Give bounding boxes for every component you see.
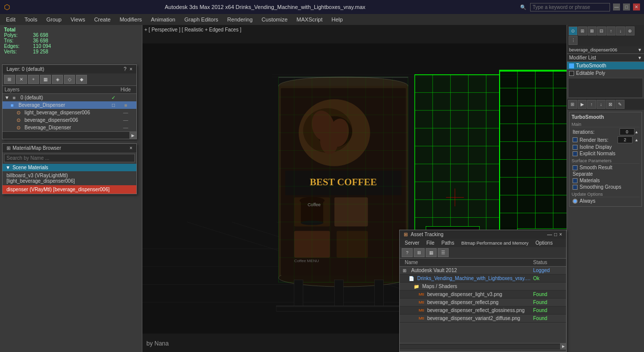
- layer-tool-5[interactable]: ◇: [64, 75, 75, 84]
- scene-materials-header[interactable]: ▼ Scene Materials: [2, 164, 136, 171]
- layer-row-3[interactable]: ⊙ beverage_dispenser006 —: [2, 116, 136, 124]
- right-icon-5[interactable]: ↑: [607, 26, 616, 35]
- right-icon-8[interactable]: ⋮: [569, 36, 578, 45]
- mod-action-4[interactable]: ↓: [597, 100, 606, 109]
- layer-tool-add[interactable]: +: [28, 75, 39, 84]
- asset-menu-bitmap[interactable]: Bitmap Performance and Memory: [458, 240, 532, 246]
- title-right[interactable]: 🔍 — □ ✕: [520, 3, 640, 11]
- layer-scrollbar[interactable]: ▶: [2, 131, 136, 139]
- mod-action-3[interactable]: ↑: [587, 100, 596, 109]
- mat-item-0[interactable]: billboard_v3 (VRayLightMtl) [light_bever…: [2, 171, 136, 185]
- right-icon-1[interactable]: ⊙: [569, 26, 578, 35]
- ts-isoline-checkbox[interactable]: [573, 145, 578, 150]
- asset-row-4[interactable]: Mtl beverage_dispenser_reflect.png Found: [400, 299, 566, 307]
- mod-action-6[interactable]: ✎: [616, 100, 625, 109]
- layer-col-hide-header: Hide: [117, 87, 134, 92]
- asset-row-1[interactable]: 📄 Drinks_Vending_Machine_with_Lightboxes…: [400, 275, 566, 283]
- ts-iterations-spin-up[interactable]: ▲: [635, 130, 639, 134]
- menu-tools[interactable]: Tools: [20, 15, 41, 23]
- ts-render-iters-checkbox[interactable]: [573, 137, 578, 142]
- asset-name-0: Autodesk Vault 2012: [411, 268, 533, 273]
- ts-materials-checkbox[interactable]: [573, 178, 578, 183]
- ts-explicit-checkbox[interactable]: [573, 151, 578, 156]
- asset-menu-server[interactable]: Server: [402, 240, 422, 246]
- ts-smooth-checkbox[interactable]: [573, 165, 578, 170]
- menu-help[interactable]: Help: [328, 15, 347, 23]
- ts-render-iters-input[interactable]: [618, 136, 633, 143]
- mod-action-2[interactable]: ▶: [578, 100, 587, 109]
- layer-row-0[interactable]: ▼ ■ 0 (default) ✓: [2, 94, 136, 101]
- menu-rendering[interactable]: Rendering: [223, 15, 257, 23]
- menu-graph-editors[interactable]: Graph Editors: [180, 15, 222, 23]
- maximize-button[interactable]: □: [623, 3, 630, 10]
- right-icon-7[interactable]: ⊕: [626, 26, 635, 35]
- right-icon-2[interactable]: ⊞: [578, 26, 587, 35]
- asset-close-button[interactable]: ×: [559, 232, 562, 237]
- layer-tool-1[interactable]: ⊞: [4, 75, 15, 84]
- layer-name-1: Beverage_Dispenser: [18, 102, 110, 108]
- layer-scroll-right[interactable]: ▶: [129, 132, 136, 139]
- asset-scroll-right-button[interactable]: ▶: [560, 344, 566, 350]
- layer-help-button[interactable]: ?: [124, 66, 127, 72]
- mod-action-5[interactable]: ⊠: [606, 100, 615, 109]
- mat-search-input[interactable]: [4, 154, 135, 162]
- object-name-dropdown-icon[interactable]: ▼: [638, 47, 642, 52]
- asset-row-2[interactable]: 📁 Maps / Shaders: [400, 283, 566, 291]
- layer-row-2[interactable]: ⊙ light_beverage_dispenser006 —: [2, 109, 136, 116]
- menu-modifiers[interactable]: Modifiers: [115, 15, 146, 23]
- right-icon-6[interactable]: ↓: [616, 26, 625, 35]
- layer-check-0: ✓: [110, 95, 117, 100]
- ts-always-radio[interactable]: [573, 199, 578, 204]
- ts-smoothing-checkbox[interactable]: [573, 185, 578, 190]
- menu-edit[interactable]: Edit: [2, 15, 19, 23]
- layer-row-1[interactable]: ■ Beverage_Dispenser □ ■: [2, 101, 136, 109]
- asset-tool-4[interactable]: ☰: [438, 248, 449, 257]
- search-input[interactable]: [530, 3, 610, 11]
- right-icon-4[interactable]: ⊟: [597, 26, 606, 35]
- modifier-editablepoly[interactable]: Editable Poly: [567, 69, 644, 77]
- asset-menu-paths[interactable]: Paths: [439, 240, 458, 246]
- menu-views[interactable]: Views: [66, 15, 89, 23]
- layer-hide-1: ■: [117, 102, 134, 108]
- asset-row-0[interactable]: ⊞ Autodesk Vault 2012 Logged: [400, 267, 566, 275]
- layer-whitebox-1: □: [110, 102, 117, 108]
- asset-scrollbar[interactable]: ▶: [400, 343, 566, 349]
- ts-iterations-input[interactable]: [620, 128, 635, 135]
- right-icon-3[interactable]: ⊠: [588, 26, 597, 35]
- layer-tool-delete[interactable]: ✕: [16, 75, 27, 84]
- ts-render-iters-spin[interactable]: ▲: [635, 138, 639, 142]
- mat-item-1[interactable]: dispenser (VRayMtl) [beverage_dispenser0…: [2, 185, 136, 194]
- menu-group[interactable]: Group: [42, 15, 66, 23]
- ts-separate-label: Separate: [572, 171, 640, 177]
- asset-minimize-button[interactable]: —: [547, 232, 552, 237]
- asset-row-3[interactable]: Mtl beverage_dispenser_light_v3.png Foun…: [400, 291, 566, 299]
- layer-name-0: 0 (default): [20, 95, 110, 100]
- asset-tool-3[interactable]: ▦: [426, 248, 437, 257]
- asset-row-5[interactable]: Mtl beverage_dispenser_reflect_glossines…: [400, 307, 566, 315]
- svg-text:BEST COFFEE: BEST COFFEE: [310, 176, 377, 187]
- stats-edges-row: Edges: 110 094: [4, 43, 138, 49]
- layer-tool-6[interactable]: ◆: [76, 75, 87, 84]
- asset-menu-file[interactable]: File: [423, 240, 437, 246]
- mod-action-1[interactable]: ⊞: [568, 100, 577, 109]
- layer-tool-4[interactable]: ◈: [52, 75, 63, 84]
- asset-tool-1[interactable]: ?: [402, 248, 413, 257]
- close-button[interactable]: ✕: [633, 3, 640, 10]
- asset-tool-2[interactable]: ⊞: [414, 248, 425, 257]
- layer-close-button[interactable]: ×: [129, 66, 132, 72]
- layer-row-4[interactable]: ⊙ Beverage_Dispenser —: [2, 124, 136, 131]
- modifier-checkbox-1[interactable]: [569, 71, 574, 76]
- menu-customize[interactable]: Customize: [258, 15, 292, 23]
- asset-menu-options[interactable]: Options: [533, 240, 556, 246]
- asset-maximize-button[interactable]: □: [554, 232, 557, 237]
- layer-tool-3[interactable]: ▦: [40, 75, 51, 84]
- modifier-turbosmooth[interactable]: TurboSmooth: [567, 62, 644, 69]
- asset-row-6[interactable]: Mtl beverage_dispenser_variant2_diffuse.…: [400, 315, 566, 323]
- menu-create[interactable]: Create: [90, 15, 114, 23]
- minimize-button[interactable]: —: [613, 3, 620, 10]
- modifier-list-dropdown-icon[interactable]: ▼: [638, 55, 642, 60]
- mat-browser-close-button[interactable]: ×: [129, 145, 132, 151]
- menu-animation[interactable]: Animation: [147, 15, 179, 23]
- menu-maxscript[interactable]: MAXScript: [293, 15, 327, 23]
- asset-rows: ⊞ Autodesk Vault 2012 Logged 📄 Drinks_Ve…: [400, 267, 566, 343]
